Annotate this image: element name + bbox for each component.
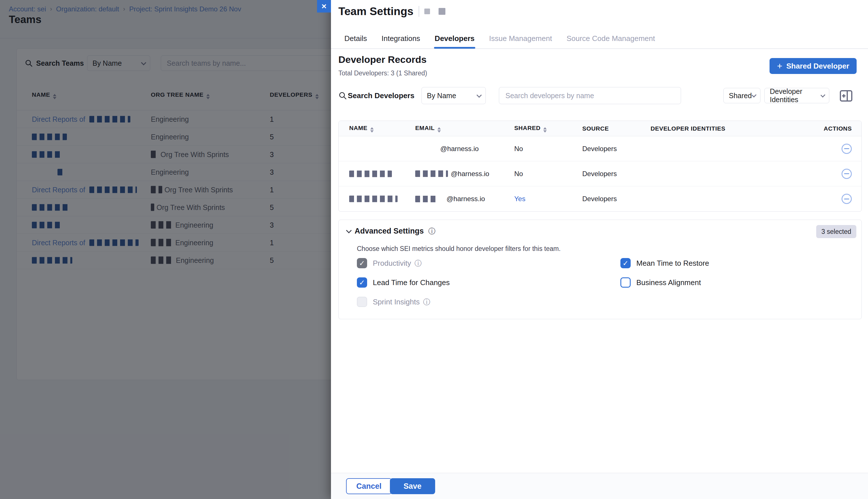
- drawer-header: Team Settings: [338, 5, 445, 17]
- info-icon: [414, 260, 421, 267]
- developer-email-cell: @harness.io: [415, 145, 479, 153]
- email-text: @harness.io: [440, 145, 479, 153]
- developers-search-input[interactable]: [499, 87, 681, 104]
- developers-search-row: Search Developers By Name Shared Develop…: [338, 87, 862, 104]
- shared-filter-label: Shared: [729, 92, 752, 100]
- table-row[interactable]: @harness.io Yes Developers: [339, 186, 861, 211]
- col-email[interactable]: EMAIL: [415, 125, 441, 133]
- drawer-title: Team Settings: [338, 5, 413, 17]
- developer-identities-filter-select[interactable]: Developer Identities: [764, 88, 829, 103]
- save-button[interactable]: Save: [390, 478, 435, 494]
- col-name[interactable]: NAME: [349, 125, 374, 133]
- metric-checkbox-sprint-insights[interactable]: Sprint Insights: [357, 297, 430, 307]
- team-settings-drawer: × Team Settings DetailsIntegrationsDevel…: [331, 0, 868, 499]
- tab-issue-management: Issue Management: [489, 32, 553, 48]
- email-text: @harness.io: [451, 170, 489, 178]
- developers-search-by-select[interactable]: By Name: [421, 87, 486, 104]
- checkbox-label: Mean Time to Restore: [636, 259, 709, 268]
- info-icon: [428, 228, 435, 235]
- plus-icon: +: [777, 61, 782, 71]
- remove-developer-button[interactable]: [842, 144, 852, 154]
- add-shared-developer-button[interactable]: + Shared Developer: [770, 58, 857, 74]
- column-settings-icon[interactable]: [840, 90, 853, 102]
- col-actions: ACTIONS: [823, 125, 852, 132]
- developer-name-cell: [349, 170, 392, 177]
- checkbox[interactable]: [357, 297, 367, 307]
- tab-details[interactable]: Details: [344, 32, 367, 48]
- developers-search-label: Search Developers: [348, 91, 414, 100]
- developers-table: NAME EMAIL SHARED SOURCE DEVELOPER IDENT…: [338, 121, 862, 212]
- developers-search-by-value: By Name: [427, 92, 456, 100]
- developer-identities-filter-label: Developer Identities: [770, 87, 821, 104]
- redacted-text: [349, 170, 392, 177]
- col-source: SOURCE: [582, 125, 609, 132]
- source-value: Developers: [582, 195, 617, 203]
- redacted-text: [349, 196, 398, 202]
- metric-checkbox-lead-time-for-changes[interactable]: ✓ Lead Time for Changes: [357, 277, 450, 288]
- cancel-button[interactable]: Cancel: [346, 478, 392, 494]
- drawer-footer: Cancel Save: [331, 473, 868, 499]
- table-row[interactable]: @harness.io No Developers: [339, 136, 861, 161]
- drawer-tabs: DetailsIntegrationsDevelopersIssue Manag…: [331, 32, 868, 49]
- info-icon: [423, 299, 430, 306]
- col-shared[interactable]: SHARED: [514, 125, 547, 133]
- metric-checkbox-business-alignment[interactable]: Business Alignment: [620, 277, 701, 288]
- developers-table-header: NAME EMAIL SHARED SOURCE DEVELOPER IDENT…: [339, 121, 861, 136]
- table-row[interactable]: @harness.io No Developers: [339, 161, 861, 186]
- tab-developers[interactable]: Developers: [434, 32, 475, 48]
- source-value: Developers: [582, 145, 617, 153]
- chevron-down-icon: [820, 93, 825, 97]
- email-text: @harness.io: [447, 195, 485, 203]
- col-developer-identities: DEVELOPER IDENTITIES: [651, 125, 725, 132]
- source-value: Developers: [582, 170, 617, 178]
- developer-records-title: Developer Records: [338, 54, 426, 65]
- developer-email-cell: @harness.io: [415, 195, 485, 203]
- selected-count-badge: 3 selected: [816, 225, 856, 238]
- modal-overlay[interactable]: [0, 0, 331, 499]
- checkbox-label: Business Alignment: [636, 278, 701, 287]
- chevron-down-icon: [477, 93, 482, 98]
- redacted-text: [415, 196, 438, 202]
- metric-checkbox-mean-time-to-restore[interactable]: ✓ Mean Time to Restore: [620, 258, 709, 268]
- remove-developer-button[interactable]: [842, 169, 852, 179]
- tab-source-code-management: Source Code Management: [566, 32, 656, 48]
- search-icon: [338, 91, 347, 100]
- sort-icon[interactable]: [370, 127, 374, 133]
- redacted-team-name: [438, 8, 445, 15]
- sort-icon[interactable]: [543, 127, 547, 133]
- redacted-team-name: [424, 9, 430, 14]
- tab-integrations[interactable]: Integrations: [381, 32, 421, 48]
- total-developers-label: Total Developers: 3 (1 Shared): [338, 70, 427, 77]
- shared-value: No: [514, 145, 523, 153]
- checkbox-label: Productivity: [373, 259, 421, 268]
- remove-developer-button[interactable]: [842, 194, 852, 204]
- advanced-settings-panel: Advanced Settings 3 selected Choose whic…: [338, 220, 862, 319]
- chevron-down-icon: [751, 93, 757, 97]
- advanced-settings-title: Advanced Settings: [354, 227, 424, 235]
- close-drawer-button[interactable]: ×: [317, 0, 331, 13]
- advanced-settings-description: Choose which SEI metrics should honor de…: [357, 245, 560, 253]
- checkbox[interactable]: [620, 277, 631, 288]
- shared-filter-select[interactable]: Shared: [723, 88, 760, 103]
- add-shared-developer-label: Shared Developer: [786, 62, 849, 71]
- checkbox-label: Sprint Insights: [373, 297, 430, 306]
- checkbox[interactable]: ✓: [357, 258, 367, 268]
- screen: Account: sei › Organization: default › P…: [0, 0, 868, 499]
- chevron-down-icon[interactable]: [346, 228, 352, 233]
- title-divider: [419, 6, 419, 17]
- redacted-text: [415, 170, 448, 177]
- metric-checkbox-productivity[interactable]: ✓ Productivity: [357, 258, 421, 268]
- shared-value: No: [514, 170, 523, 178]
- developers-table-body: @harness.io No Developers @harness.io No…: [339, 136, 861, 211]
- checkbox-label: Lead Time for Changes: [373, 278, 450, 287]
- advanced-settings-header[interactable]: Advanced Settings: [346, 227, 435, 235]
- shared-value: Yes: [514, 195, 525, 203]
- checkbox[interactable]: ✓: [620, 258, 631, 268]
- developer-name-cell: [349, 196, 398, 202]
- sort-icon[interactable]: [437, 127, 441, 133]
- checkbox[interactable]: ✓: [357, 277, 367, 288]
- developer-email-cell: @harness.io: [415, 170, 489, 178]
